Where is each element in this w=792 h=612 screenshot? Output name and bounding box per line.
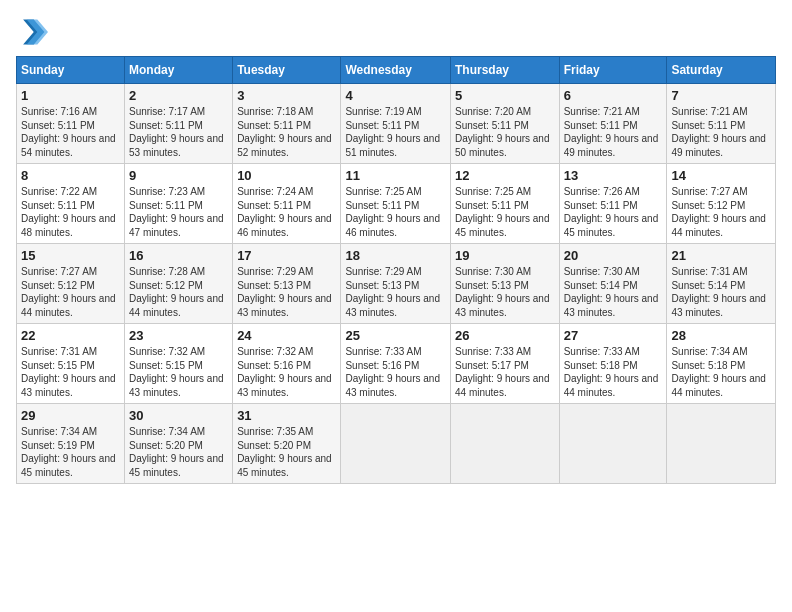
day-info: Sunrise: 7:24 AM Sunset: 5:11 PM Dayligh…: [237, 185, 336, 239]
calendar-cell: 5Sunrise: 7:20 AM Sunset: 5:11 PM Daylig…: [450, 84, 559, 164]
calendar-week-row: 8Sunrise: 7:22 AM Sunset: 5:11 PM Daylig…: [17, 164, 776, 244]
day-info: Sunrise: 7:28 AM Sunset: 5:12 PM Dayligh…: [129, 265, 228, 319]
calendar-cell: 26Sunrise: 7:33 AM Sunset: 5:17 PM Dayli…: [450, 324, 559, 404]
day-number: 8: [21, 168, 120, 183]
calendar-cell: 21Sunrise: 7:31 AM Sunset: 5:14 PM Dayli…: [667, 244, 776, 324]
day-info: Sunrise: 7:34 AM Sunset: 5:20 PM Dayligh…: [129, 425, 228, 479]
weekday-header: Tuesday: [233, 57, 341, 84]
calendar-cell: 7Sunrise: 7:21 AM Sunset: 5:11 PM Daylig…: [667, 84, 776, 164]
calendar-cell: [667, 404, 776, 484]
calendar-week-row: 22Sunrise: 7:31 AM Sunset: 5:15 PM Dayli…: [17, 324, 776, 404]
calendar-cell: 15Sunrise: 7:27 AM Sunset: 5:12 PM Dayli…: [17, 244, 125, 324]
day-number: 28: [671, 328, 771, 343]
day-number: 1: [21, 88, 120, 103]
day-number: 24: [237, 328, 336, 343]
day-info: Sunrise: 7:31 AM Sunset: 5:15 PM Dayligh…: [21, 345, 120, 399]
day-info: Sunrise: 7:21 AM Sunset: 5:11 PM Dayligh…: [671, 105, 771, 159]
calendar-week-row: 15Sunrise: 7:27 AM Sunset: 5:12 PM Dayli…: [17, 244, 776, 324]
day-number: 12: [455, 168, 555, 183]
day-number: 22: [21, 328, 120, 343]
calendar-cell: 16Sunrise: 7:28 AM Sunset: 5:12 PM Dayli…: [125, 244, 233, 324]
day-info: Sunrise: 7:26 AM Sunset: 5:11 PM Dayligh…: [564, 185, 663, 239]
calendar-cell: [450, 404, 559, 484]
weekday-header: Monday: [125, 57, 233, 84]
day-number: 6: [564, 88, 663, 103]
weekday-header: Thursday: [450, 57, 559, 84]
calendar-cell: 2Sunrise: 7:17 AM Sunset: 5:11 PM Daylig…: [125, 84, 233, 164]
day-info: Sunrise: 7:18 AM Sunset: 5:11 PM Dayligh…: [237, 105, 336, 159]
calendar-body: 1Sunrise: 7:16 AM Sunset: 5:11 PM Daylig…: [17, 84, 776, 484]
weekday-header: Sunday: [17, 57, 125, 84]
day-info: Sunrise: 7:29 AM Sunset: 5:13 PM Dayligh…: [345, 265, 446, 319]
day-number: 3: [237, 88, 336, 103]
calendar-cell: 22Sunrise: 7:31 AM Sunset: 5:15 PM Dayli…: [17, 324, 125, 404]
day-info: Sunrise: 7:20 AM Sunset: 5:11 PM Dayligh…: [455, 105, 555, 159]
day-number: 5: [455, 88, 555, 103]
calendar-cell: 9Sunrise: 7:23 AM Sunset: 5:11 PM Daylig…: [125, 164, 233, 244]
page-header: [16, 16, 776, 48]
day-number: 4: [345, 88, 446, 103]
day-number: 20: [564, 248, 663, 263]
svg-marker-1: [27, 20, 48, 45]
day-number: 25: [345, 328, 446, 343]
calendar-cell: 29Sunrise: 7:34 AM Sunset: 5:19 PM Dayli…: [17, 404, 125, 484]
calendar-cell: 24Sunrise: 7:32 AM Sunset: 5:16 PM Dayli…: [233, 324, 341, 404]
day-info: Sunrise: 7:27 AM Sunset: 5:12 PM Dayligh…: [671, 185, 771, 239]
day-info: Sunrise: 7:31 AM Sunset: 5:14 PM Dayligh…: [671, 265, 771, 319]
day-info: Sunrise: 7:25 AM Sunset: 5:11 PM Dayligh…: [455, 185, 555, 239]
calendar-cell: 27Sunrise: 7:33 AM Sunset: 5:18 PM Dayli…: [559, 324, 667, 404]
weekday-header: Saturday: [667, 57, 776, 84]
day-info: Sunrise: 7:30 AM Sunset: 5:14 PM Dayligh…: [564, 265, 663, 319]
logo-icon: [16, 16, 48, 48]
calendar-table: SundayMondayTuesdayWednesdayThursdayFrid…: [16, 56, 776, 484]
calendar-cell: [559, 404, 667, 484]
day-number: 17: [237, 248, 336, 263]
day-info: Sunrise: 7:34 AM Sunset: 5:19 PM Dayligh…: [21, 425, 120, 479]
day-info: Sunrise: 7:21 AM Sunset: 5:11 PM Dayligh…: [564, 105, 663, 159]
day-info: Sunrise: 7:33 AM Sunset: 5:17 PM Dayligh…: [455, 345, 555, 399]
day-number: 10: [237, 168, 336, 183]
day-info: Sunrise: 7:19 AM Sunset: 5:11 PM Dayligh…: [345, 105, 446, 159]
calendar-cell: 31Sunrise: 7:35 AM Sunset: 5:20 PM Dayli…: [233, 404, 341, 484]
calendar-cell: 8Sunrise: 7:22 AM Sunset: 5:11 PM Daylig…: [17, 164, 125, 244]
day-info: Sunrise: 7:17 AM Sunset: 5:11 PM Dayligh…: [129, 105, 228, 159]
calendar-cell: 11Sunrise: 7:25 AM Sunset: 5:11 PM Dayli…: [341, 164, 451, 244]
weekday-row: SundayMondayTuesdayWednesdayThursdayFrid…: [17, 57, 776, 84]
day-number: 14: [671, 168, 771, 183]
calendar-cell: 28Sunrise: 7:34 AM Sunset: 5:18 PM Dayli…: [667, 324, 776, 404]
calendar-week-row: 1Sunrise: 7:16 AM Sunset: 5:11 PM Daylig…: [17, 84, 776, 164]
calendar-cell: 13Sunrise: 7:26 AM Sunset: 5:11 PM Dayli…: [559, 164, 667, 244]
day-info: Sunrise: 7:27 AM Sunset: 5:12 PM Dayligh…: [21, 265, 120, 319]
day-number: 19: [455, 248, 555, 263]
day-number: 18: [345, 248, 446, 263]
calendar-header: SundayMondayTuesdayWednesdayThursdayFrid…: [17, 57, 776, 84]
calendar-cell: 6Sunrise: 7:21 AM Sunset: 5:11 PM Daylig…: [559, 84, 667, 164]
calendar-cell: 3Sunrise: 7:18 AM Sunset: 5:11 PM Daylig…: [233, 84, 341, 164]
calendar-cell: 19Sunrise: 7:30 AM Sunset: 5:13 PM Dayli…: [450, 244, 559, 324]
day-number: 30: [129, 408, 228, 423]
calendar-cell: [341, 404, 451, 484]
calendar-cell: 20Sunrise: 7:30 AM Sunset: 5:14 PM Dayli…: [559, 244, 667, 324]
weekday-header: Friday: [559, 57, 667, 84]
day-number: 15: [21, 248, 120, 263]
day-number: 9: [129, 168, 228, 183]
day-number: 16: [129, 248, 228, 263]
day-number: 31: [237, 408, 336, 423]
day-number: 21: [671, 248, 771, 263]
day-number: 13: [564, 168, 663, 183]
day-number: 29: [21, 408, 120, 423]
day-info: Sunrise: 7:32 AM Sunset: 5:16 PM Dayligh…: [237, 345, 336, 399]
day-number: 26: [455, 328, 555, 343]
day-info: Sunrise: 7:34 AM Sunset: 5:18 PM Dayligh…: [671, 345, 771, 399]
weekday-header: Wednesday: [341, 57, 451, 84]
day-number: 11: [345, 168, 446, 183]
calendar-cell: 23Sunrise: 7:32 AM Sunset: 5:15 PM Dayli…: [125, 324, 233, 404]
calendar-cell: 10Sunrise: 7:24 AM Sunset: 5:11 PM Dayli…: [233, 164, 341, 244]
day-info: Sunrise: 7:33 AM Sunset: 5:18 PM Dayligh…: [564, 345, 663, 399]
day-info: Sunrise: 7:32 AM Sunset: 5:15 PM Dayligh…: [129, 345, 228, 399]
day-info: Sunrise: 7:25 AM Sunset: 5:11 PM Dayligh…: [345, 185, 446, 239]
day-number: 27: [564, 328, 663, 343]
day-info: Sunrise: 7:35 AM Sunset: 5:20 PM Dayligh…: [237, 425, 336, 479]
calendar-cell: 4Sunrise: 7:19 AM Sunset: 5:11 PM Daylig…: [341, 84, 451, 164]
day-number: 23: [129, 328, 228, 343]
